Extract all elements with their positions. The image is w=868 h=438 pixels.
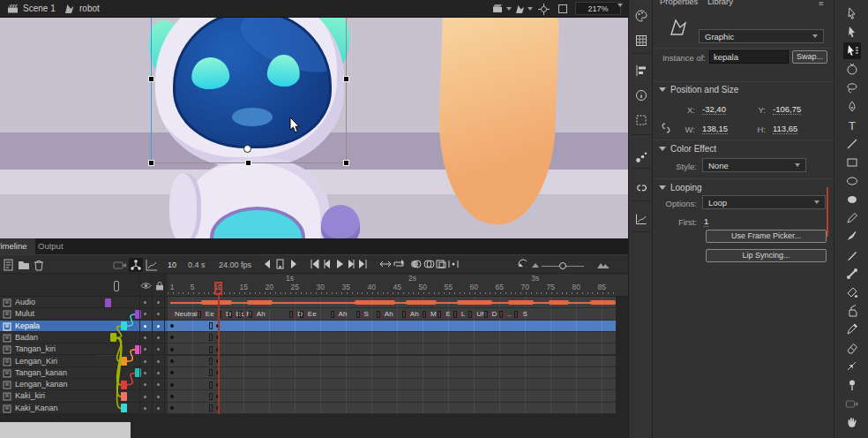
layer-toggle-dot[interactable] bbox=[157, 301, 160, 304]
keyframe-end-marker[interactable] bbox=[402, 311, 406, 318]
layer-row-Tangan_kanan[interactable]: Tangan_kanan bbox=[0, 367, 168, 379]
phoneme-keyframe-dot[interactable] bbox=[473, 313, 475, 315]
selection-left-edge[interactable] bbox=[151, 18, 152, 162]
layer-toggle-dot[interactable] bbox=[144, 325, 146, 328]
graph-view-icon[interactable] bbox=[145, 258, 159, 272]
layer-row-Kaki_Kanan[interactable]: Kaki_Kanan bbox=[0, 403, 168, 414]
oval-filled-tool[interactable] bbox=[843, 191, 861, 208]
keyframe-end-marker[interactable] bbox=[228, 311, 232, 318]
x-value[interactable]: -32,40 bbox=[702, 104, 726, 115]
keyframe-end-marker[interactable] bbox=[484, 311, 488, 318]
lock-icon[interactable] bbox=[155, 281, 164, 291]
frame-row-Tangan_kanan[interactable] bbox=[168, 367, 616, 379]
layer-row-Audio[interactable]: Audio bbox=[0, 297, 168, 308]
keyframe-end-marker[interactable] bbox=[377, 311, 380, 318]
history-panel-icon[interactable] bbox=[634, 212, 648, 226]
delete-layer-icon[interactable] bbox=[32, 258, 46, 272]
color-effect-header[interactable]: Color Effect bbox=[670, 144, 716, 154]
frame-row-Audio[interactable] bbox=[168, 297, 616, 308]
reset-timeline-zoom-icon[interactable] bbox=[517, 258, 531, 272]
pencil-tool[interactable] bbox=[843, 209, 861, 226]
tab-output[interactable]: Output bbox=[30, 238, 71, 254]
keyframe-end-marker[interactable] bbox=[209, 381, 213, 389]
current-frame-value[interactable]: 10 bbox=[168, 261, 176, 269]
layer-toggle-dot[interactable] bbox=[144, 348, 146, 351]
show-parenting-view-icon[interactable] bbox=[129, 258, 143, 272]
keyframe-dot[interactable] bbox=[170, 336, 174, 339]
info-panel-icon[interactable] bbox=[634, 88, 648, 102]
fluid-brush-tool[interactable] bbox=[843, 246, 861, 263]
layer-row-Kepala[interactable]: Kepala bbox=[0, 321, 168, 332]
phoneme-keyframe-dot[interactable] bbox=[442, 313, 445, 315]
layer-toggle-dot[interactable] bbox=[157, 336, 160, 339]
color-panel-icon[interactable] bbox=[634, 9, 648, 23]
swatches-panel-icon[interactable] bbox=[634, 34, 648, 48]
collapse-triangle-icon[interactable] bbox=[659, 87, 666, 92]
phoneme-keyframe-dot[interactable] bbox=[427, 313, 430, 315]
parenting-block-Audio[interactable] bbox=[105, 298, 111, 307]
phoneme-keyframe-dot[interactable] bbox=[335, 313, 338, 315]
ink-bottle-tool[interactable] bbox=[843, 302, 861, 319]
link-width-height-icon[interactable] bbox=[660, 122, 672, 134]
frame-row-Lengan_kanan[interactable] bbox=[168, 379, 616, 390]
layer-row-Tangan_kiri[interactable]: Tangan_kiri bbox=[0, 344, 168, 355]
y-value[interactable]: -106,75 bbox=[773, 104, 801, 115]
frame-row-Kaki_Kanan[interactable] bbox=[168, 403, 616, 414]
layer-toggle-dot[interactable] bbox=[144, 372, 146, 374]
timeline-ruler[interactable]: 15101520253035404550556065707580851s2s3s bbox=[168, 274, 628, 297]
tab-properties[interactable]: Properties bbox=[660, 0, 698, 6]
phoneme-keyframe-dot[interactable] bbox=[253, 313, 256, 315]
keyframe-dot[interactable] bbox=[170, 383, 174, 387]
keyframe-end-marker[interactable] bbox=[209, 322, 213, 329]
frame-row-Kaki_kiri[interactable] bbox=[168, 390, 616, 402]
phoneme-keyframe-dot[interactable] bbox=[489, 313, 491, 315]
onion-skin-icon[interactable] bbox=[378, 258, 393, 272]
step-back-icon[interactable] bbox=[261, 258, 275, 272]
swap-button[interactable]: Swap... bbox=[792, 50, 827, 64]
pen-tool[interactable] bbox=[843, 98, 861, 115]
layer-toggle-dot[interactable] bbox=[144, 336, 146, 339]
eye-icon[interactable] bbox=[140, 282, 152, 290]
layer-toggle-dot[interactable] bbox=[144, 407, 146, 410]
parenting-block-Lengan_kanan[interactable] bbox=[121, 381, 127, 389]
w-value[interactable]: 138,15 bbox=[702, 124, 728, 134]
go-to-last-frame-icon[interactable] bbox=[356, 258, 370, 272]
frame-row-Mulut[interactable]: NeutralEeDEeFAhDEeAhSAhAhMELUhD..S bbox=[168, 308, 616, 320]
align-panel-icon[interactable] bbox=[634, 64, 648, 78]
phoneme-keyframe-dot[interactable] bbox=[294, 313, 296, 315]
style-dropdown[interactable]: None bbox=[702, 158, 806, 172]
keyframe-end-marker[interactable] bbox=[453, 311, 457, 318]
selection-handle[interactable] bbox=[148, 160, 154, 166]
gradient-transform-tool[interactable] bbox=[843, 61, 861, 78]
phoneme-keyframe-dot[interactable] bbox=[381, 313, 384, 315]
layer-toggle-dot[interactable] bbox=[157, 383, 160, 386]
collapse-triangle-icon[interactable] bbox=[659, 185, 666, 190]
asset-warp-tool[interactable] bbox=[843, 283, 861, 300]
keyframe-dot[interactable] bbox=[170, 324, 174, 328]
camera-tool[interactable] bbox=[843, 395, 861, 412]
bone-tool[interactable] bbox=[843, 265, 861, 282]
keyframe-end-marker[interactable] bbox=[289, 311, 293, 318]
layer-toggle-dot[interactable] bbox=[144, 396, 146, 398]
selection-handle[interactable] bbox=[148, 76, 154, 82]
line-tool[interactable] bbox=[843, 135, 861, 152]
keyframe-end-marker[interactable] bbox=[423, 311, 426, 318]
phoneme-keyframe-dot[interactable] bbox=[458, 313, 460, 315]
width-tool-tool[interactable] bbox=[843, 358, 861, 374]
phoneme-keyframe-dot[interactable] bbox=[519, 313, 521, 315]
playhead-marker[interactable] bbox=[214, 282, 222, 295]
keyframe-end-marker[interactable] bbox=[514, 311, 518, 318]
keyframe-end-marker[interactable] bbox=[209, 393, 213, 400]
hand-tool[interactable] bbox=[843, 413, 861, 430]
keyframe-dot[interactable] bbox=[170, 371, 174, 374]
scene-breadcrumb[interactable]: Scene 1 bbox=[23, 4, 56, 13]
layer-toggle-dot[interactable] bbox=[144, 313, 146, 315]
marquee-select-tool[interactable] bbox=[843, 42, 861, 59]
parenting-block-Kaki_kiri[interactable] bbox=[121, 392, 127, 401]
instance-name-field[interactable]: kepala bbox=[709, 50, 789, 64]
clip-bounds-icon[interactable] bbox=[557, 3, 568, 15]
parenting-block-Badan[interactable] bbox=[110, 333, 116, 342]
panel-menu-icon[interactable]: ≡ bbox=[819, 0, 824, 8]
keyframe-dot[interactable] bbox=[170, 359, 174, 363]
loop-options-dropdown[interactable]: Loop bbox=[702, 195, 826, 209]
